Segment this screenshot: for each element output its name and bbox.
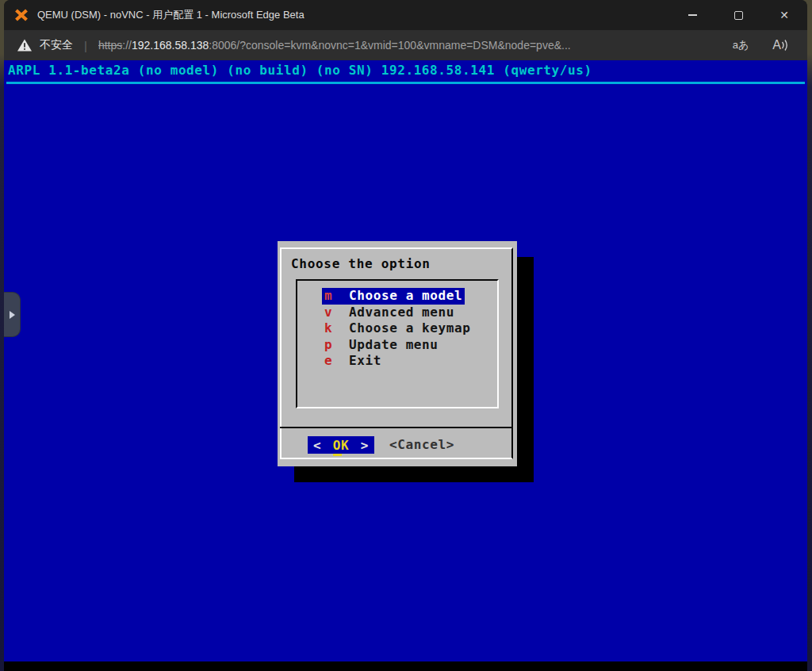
cancel-button[interactable]: <Cancel>: [389, 437, 454, 452]
dialog-title: Choose the option: [291, 256, 431, 271]
menu-listbox: mChoose a model vAdvanced menu kChoose a…: [296, 279, 499, 408]
cancel-button-label: Cancel: [397, 437, 446, 452]
security-warning-icon[interactable]: [17, 38, 33, 52]
vnc-letterbox: [4, 661, 807, 671]
novnc-favicon-icon: [13, 7, 29, 23]
vnc-console[interactable]: ARPL 1.1-beta2a (no model) (no build) (n…: [4, 60, 807, 661]
read-aloud-icon[interactable]: A: [772, 39, 788, 52]
address-divider: |: [84, 39, 87, 52]
security-label[interactable]: 不安全: [40, 38, 73, 52]
url-field[interactable]: https://192.168.58.138:8006/?console=kvm…: [98, 39, 722, 52]
minimize-icon: [688, 14, 697, 16]
novnc-control-bar-handle[interactable]: [4, 292, 21, 337]
close-button[interactable]: ✕: [761, 0, 807, 30]
url-rest: :8006/?console=kvm&novnc=1&vmid=100&vmna…: [209, 39, 570, 52]
titlebar: QEMU (DSM) - noVNC - 用户配置 1 - Microsoft …: [4, 0, 807, 30]
maximize-icon: [734, 11, 743, 20]
window-title: QEMU (DSM) - noVNC - 用户配置 1 - Microsoft …: [37, 8, 304, 22]
minimize-button[interactable]: [669, 0, 715, 30]
menu-item-update-menu[interactable]: pUpdate menu: [322, 337, 494, 354]
url-scheme: https: [98, 39, 122, 52]
browser-window: QEMU (DSM) - noVNC - 用户配置 1 - Microsoft …: [4, 0, 807, 671]
ok-button-label: OK: [333, 438, 349, 453]
arpl-status-line: ARPL 1.1-beta2a (no model) (no build) (n…: [8, 63, 592, 78]
close-icon: ✕: [779, 9, 789, 21]
menu-item-choose-keymap[interactable]: kChoose a keymap: [322, 320, 494, 337]
address-bar: 不安全 | https://192.168.58.138:8006/?conso…: [4, 30, 807, 60]
sound-waves-icon: [781, 39, 788, 52]
window-controls: ✕: [669, 0, 807, 30]
menu-items: mChoose a model vAdvanced menu kChoose a…: [322, 288, 494, 370]
terminal-cursor: [333, 454, 342, 456]
toolbar-icons: aあ A: [733, 38, 788, 52]
menu-item-exit[interactable]: eExit: [322, 353, 494, 370]
translate-icon[interactable]: aあ: [733, 38, 749, 52]
url-host: 192.168.58.138: [132, 39, 209, 52]
url-separator: ://: [122, 39, 132, 52]
dialog-separator: [280, 427, 513, 428]
menu-item-advanced-menu[interactable]: vAdvanced menu: [322, 305, 494, 321]
choose-option-dialog: Choose the option mChoose a model vAdvan…: [278, 241, 517, 466]
arpl-header-rule: [6, 82, 805, 84]
dialog-buttons: < OK > <Cancel>: [278, 436, 517, 455]
menu-item-choose-model[interactable]: mChoose a model: [322, 288, 494, 305]
maximize-button[interactable]: [715, 0, 761, 30]
ok-button[interactable]: < OK >: [308, 436, 374, 454]
chevron-right-icon: [10, 311, 15, 319]
